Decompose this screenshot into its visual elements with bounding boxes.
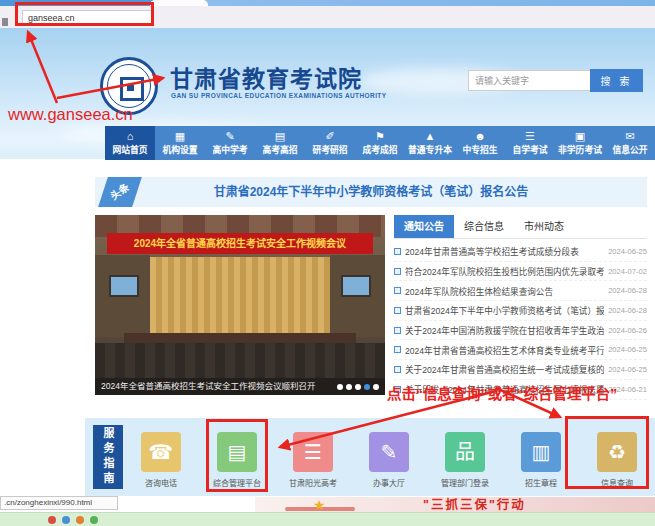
news-list: 2024年甘肃普通高等学校招生考试成绩分段表 2024-06-25 符合2024… (394, 242, 647, 400)
nav-item-icon: ▲ (425, 131, 436, 142)
news-item-title: 2024年军队院校招生体检结果查询公告 (405, 285, 604, 297)
news-bullet-icon (394, 268, 401, 275)
nav-item[interactable]: ☻ 中专招生 (455, 126, 505, 160)
news-item[interactable]: 关于2024年中国消防救援学院在甘招收青年学生政治考核体检心理测试面试 2024… (394, 321, 647, 341)
news-item[interactable]: 关于2024年甘肃省普通高校招生统一考试成绩复核的公告 2024-06-25 (394, 360, 647, 380)
service-item-label: 招生章程 (510, 477, 572, 488)
search-input[interactable] (468, 70, 592, 91)
news-item[interactable]: 2024年甘肃普通高等学校招生考试成绩分段表 2024-06-25 (394, 242, 647, 262)
nav-item[interactable]: ⚑ 成考成招 (355, 126, 405, 160)
carousel-dot[interactable] (364, 384, 370, 390)
news-item-date: 2024-06-26 (608, 326, 647, 335)
site-title: 甘肃省教育考试院 (170, 60, 362, 94)
news-item-title: 关于2024年甘肃省普通高校招生统一考试成绩复核的公告 (405, 363, 604, 375)
taskbar-app-icon[interactable] (90, 516, 98, 524)
nav-item-label: 高中学考 (212, 143, 247, 156)
news-item[interactable]: 符合2024年军队院校招生投档比例范围内优先录取考生名单公示 2024-07-0… (394, 262, 647, 282)
service-items: ☎ 咨询电话 ▤ 综合管理平台 ☰ 甘肃阳光高考 ✎ 办事大厅 (123, 426, 655, 488)
service-item[interactable]: ▥ 招生章程 (510, 432, 572, 488)
service-item[interactable]: ▤ 综合管理平台 (206, 432, 268, 488)
nav-item-icon: ⚑ (375, 131, 385, 142)
news-bullet-icon (394, 366, 401, 373)
service-item-icon: ✎ (369, 432, 409, 472)
main-nav: ⌂ 网站首页 ▦ 机构设置 ✎ 高中学考 ▤ 高考高招 ✐ 研考研招 (105, 126, 655, 160)
nav-item-label: 自学考试 (512, 143, 547, 156)
carousel-dot[interactable] (355, 384, 361, 390)
service-item[interactable]: ♻ 信息查询 (586, 432, 648, 488)
taskbar-app-icon[interactable] (48, 516, 56, 524)
logo-emblem-core (127, 84, 134, 91)
service-item-label: 甘肃阳光高考 (282, 477, 344, 488)
nav-item[interactable]: ▤ 高考高招 (255, 126, 305, 160)
nav-item-icon: ✉ (625, 131, 634, 142)
nav-item[interactable]: ✎ 高中学考 (205, 126, 255, 160)
nav-item-label: 信息公开 (612, 143, 647, 156)
service-item-icon: ☎ (141, 432, 181, 472)
nav-item-label: 普通专升本 (408, 143, 452, 156)
service-item[interactable]: ☎ 咨询电话 (130, 432, 192, 488)
address-input[interactable] (22, 10, 152, 25)
nav-item-label: 高考高招 (262, 143, 297, 156)
carousel-photo-screen (109, 275, 139, 297)
carousel-dot[interactable] (337, 384, 343, 390)
news-bullet-icon (394, 307, 401, 314)
nav-item[interactable]: ☰ 自学考试 (505, 126, 555, 160)
annotation-click-hint: 点击“信息查询”或者“综合管理平台” (387, 382, 617, 403)
service-item-icon: ▥ (521, 432, 561, 472)
service-item-icon: ▤ (217, 432, 257, 472)
news-bullet-icon (394, 327, 401, 334)
nav-item-label: 成考成招 (362, 143, 397, 156)
service-item[interactable]: ☰ 甘肃阳光高考 (282, 432, 344, 488)
addressbar-icon (2, 18, 8, 26)
nav-item-label: 非学历考试 (558, 143, 602, 156)
news-item-date: 2024-06-28 (608, 306, 647, 315)
news-item-title: 2024年甘肃省普通高校招生艺术体育类专业统考平行志愿排序成绩查询公告 (405, 344, 604, 356)
taskbar-app-icon[interactable] (76, 516, 84, 524)
service-guide-label: 服务指南 (93, 425, 123, 489)
taskbar-app-icon[interactable] (62, 516, 70, 524)
nav-item-label: 研考研招 (312, 143, 347, 156)
news-panel: 通知公告 综合信息 市州动态 2024年甘肃普通高等学校招生考试成绩分段表 20… (394, 215, 647, 395)
carousel-photo-audience (95, 343, 385, 378)
nav-item-icon: ⌂ (127, 131, 134, 142)
news-tab[interactable]: 市州动态 (514, 215, 574, 238)
nav-item-label: 机构设置 (162, 143, 197, 156)
nav-item[interactable]: ⌂ 网站首页 (105, 126, 155, 160)
taskbar (0, 512, 655, 526)
news-tab[interactable]: 综合信息 (454, 215, 514, 238)
news-item-title: 2024年甘肃普通高等学校招生考试成绩分段表 (405, 245, 604, 257)
service-item-label: 综合管理平台 (206, 477, 268, 488)
nav-item[interactable]: ✉ 信息公开 (605, 126, 655, 160)
news-item-date: 2024-06-28 (608, 286, 647, 295)
news-item[interactable]: 2024年甘肃省普通高校招生艺术体育类专业统考平行志愿排序成绩查询公告 2024… (394, 340, 647, 360)
search-button[interactable]: 搜 索 (590, 69, 643, 92)
news-item[interactable]: 2024年军队院校招生体检结果查询公告 2024-06-28 (394, 281, 647, 301)
carousel-photo-table (124, 333, 356, 343)
nav-item[interactable]: ▣ 非学历考试 (555, 126, 605, 160)
carousel-dot[interactable] (373, 384, 379, 390)
service-item-icon: ♻ (597, 432, 637, 472)
service-item-icon: ☰ (293, 432, 333, 472)
news-item-date: 2024-06-25 (608, 345, 647, 354)
nav-item[interactable]: ▦ 机构设置 (155, 126, 205, 160)
nav-item-icon: ▣ (575, 131, 585, 142)
carousel-dot[interactable] (346, 384, 352, 390)
news-item[interactable]: 甘肃省2024年下半年中小学教师资格考试（笔试）报名公告 2024-06-28 (394, 301, 647, 321)
news-item-date: 2024-07-02 (608, 267, 647, 276)
news-item-date: 2024-06-25 (608, 365, 647, 374)
campaign-banner[interactable]: ★ "三抓三保"行动 (255, 497, 655, 513)
service-item-label: 信息查询 (586, 477, 648, 488)
service-item[interactable]: 品 管理部门登录 (434, 432, 496, 488)
service-item-label: 办事大厅 (358, 477, 420, 488)
nav-item[interactable]: ✐ 研考研招 (305, 126, 355, 160)
photo-carousel[interactable]: 2024年全省普通高校招生考试安全工作视频会议 2024年全省普通高校招生考试安… (95, 215, 385, 395)
news-bullet-icon (394, 346, 401, 353)
nav-item-icon: ▦ (175, 131, 185, 142)
annotation-url-text: www.ganseea.cn (8, 105, 133, 124)
nav-item[interactable]: ▲ 普通专升本 (405, 126, 455, 160)
service-item[interactable]: ✎ 办事大厅 (358, 432, 420, 488)
news-tab[interactable]: 通知公告 (394, 215, 454, 238)
headline-link[interactable]: 甘肃省2024年下半年中小学教师资格考试（笔试）报名公告 (95, 177, 647, 207)
meeting-banner-text: 2024年全省普通高校招生考试安全工作视频会议 (107, 233, 374, 254)
browser-status-link: .cn/zonghexinxi/990.html (0, 496, 118, 510)
